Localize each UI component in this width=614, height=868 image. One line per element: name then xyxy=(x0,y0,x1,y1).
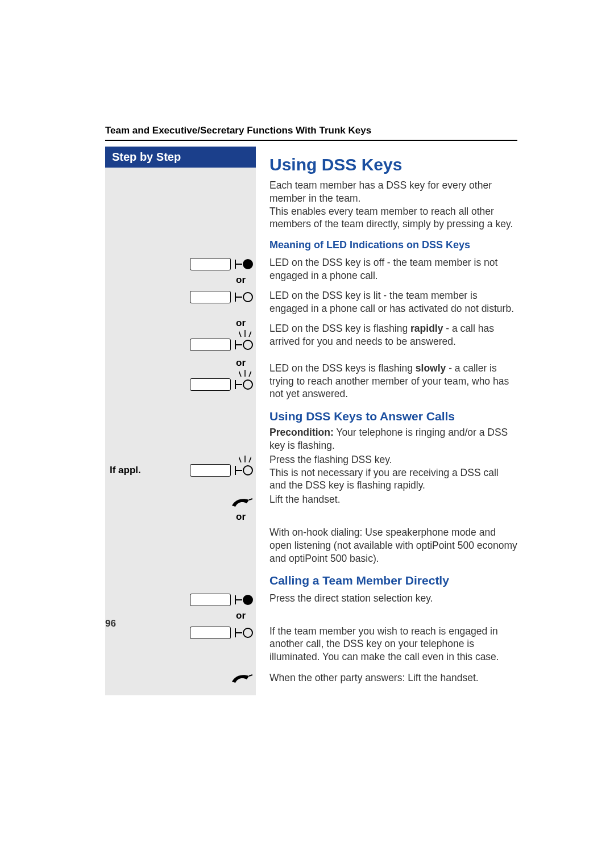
dss-key-icon xyxy=(190,464,231,477)
dss-key-icon xyxy=(190,258,231,270)
led-indications-heading: Meaning of LED Indications on DSS Keys xyxy=(269,239,517,252)
sidebar-cell: Step by Step xyxy=(105,147,256,255)
or-label: or xyxy=(107,511,254,523)
led-lit-text: LED on the DSS key is lit - the team mem… xyxy=(269,288,517,315)
intro-paragraph-2: This enables every team member to reach … xyxy=(269,205,517,231)
lift-handset-text: Lift the handset. xyxy=(269,492,517,525)
onhook-text: With on-hook dialing: Use speakerphone m… xyxy=(269,525,517,565)
if-appl-label: If appl. xyxy=(107,465,141,476)
led-outline-icon xyxy=(234,338,254,352)
cue-press-dss: or xyxy=(105,591,256,624)
section-title: Using DSS Keys xyxy=(269,153,517,176)
body-title-block: Using DSS Keys Each team member has a DS… xyxy=(269,147,517,255)
dss-key-icon xyxy=(190,594,231,606)
answer-calls-block: Using DSS Keys to Answer Calls Precondit… xyxy=(269,400,517,452)
svg-point-5 xyxy=(243,340,252,349)
content-grid: Step by Step Using DSS Keys Each team me… xyxy=(105,147,517,695)
answer-lift-text: When the other party answers: Lift the h… xyxy=(269,663,517,695)
sidebar-spacer xyxy=(105,525,256,565)
led-slow-text: LED on the DSS keys is flashing slowly -… xyxy=(269,355,517,400)
svg-line-10 xyxy=(239,457,241,462)
running-header: Team and Executive/Secretary Functions W… xyxy=(105,125,517,136)
svg-line-2 xyxy=(239,331,241,337)
svg-line-4 xyxy=(249,331,251,337)
header-rule xyxy=(105,140,517,141)
engaged-text: If the team member you wish to reach is … xyxy=(269,624,517,663)
svg-point-0 xyxy=(243,259,253,269)
precondition-text: Precondition: Your telephone is ringing … xyxy=(269,426,517,452)
led-filled-icon xyxy=(234,257,254,271)
led-off-text: LED on the DSS key is off - the team mem… xyxy=(269,255,517,288)
dss-key-icon xyxy=(190,339,231,351)
led-outline-icon xyxy=(234,290,254,304)
svg-line-12 xyxy=(249,457,251,462)
dss-key-icon xyxy=(190,291,231,303)
or-label: or xyxy=(107,274,254,286)
svg-point-13 xyxy=(243,466,252,475)
cue-led-rapid: or xyxy=(105,315,256,355)
page-number: 96 xyxy=(105,618,116,629)
svg-point-14 xyxy=(243,595,253,605)
flash-lines-icon xyxy=(239,454,251,464)
sidebar-spacer xyxy=(105,565,256,590)
or-label: or xyxy=(107,610,254,621)
or-label: or xyxy=(107,318,254,329)
cue-answer-lift xyxy=(105,663,256,695)
svg-line-8 xyxy=(249,371,251,377)
led-outline-icon xyxy=(234,378,254,391)
handset-icon xyxy=(230,670,254,684)
press-dss-text: Press the direct station selection key. xyxy=(269,591,517,624)
led-outline-icon xyxy=(234,464,254,477)
dss-key-icon xyxy=(190,627,231,639)
cue-engaged xyxy=(105,624,256,663)
dss-key-icon xyxy=(190,378,231,391)
cue-if-appl: If appl. xyxy=(105,452,256,492)
calling-direct-title: Calling a Team Member Directly xyxy=(269,573,517,588)
intro-paragraph-1: Each team member has a DSS key for every… xyxy=(269,179,517,205)
cue-led-lit xyxy=(105,288,256,315)
flash-lines-icon xyxy=(239,369,251,378)
cue-led-slow: or xyxy=(105,355,256,400)
svg-point-15 xyxy=(243,628,252,637)
cue-lift-handset: or xyxy=(105,492,256,525)
svg-point-1 xyxy=(243,293,252,302)
led-filled-icon xyxy=(234,593,254,607)
sidebar-spacer xyxy=(105,400,256,452)
led-outline-icon xyxy=(234,626,254,640)
document-page: Team and Executive/Secretary Functions W… xyxy=(0,0,614,868)
direct-title-block: Calling a Team Member Directly xyxy=(269,565,517,590)
svg-line-6 xyxy=(239,371,241,377)
led-rapid-text: LED on the DSS key is flashing rapidly -… xyxy=(269,315,517,355)
handset-icon xyxy=(230,494,254,508)
sidebar-title: Step by Step xyxy=(105,147,256,168)
svg-point-9 xyxy=(243,380,252,389)
cue-led-off: or xyxy=(105,255,256,288)
flash-lines-icon xyxy=(239,329,251,338)
press-flashing-text: Press the flashing DSS key. This is not … xyxy=(269,452,517,492)
answer-calls-title: Using DSS Keys to Answer Calls xyxy=(269,408,517,424)
or-label: or xyxy=(107,357,254,369)
